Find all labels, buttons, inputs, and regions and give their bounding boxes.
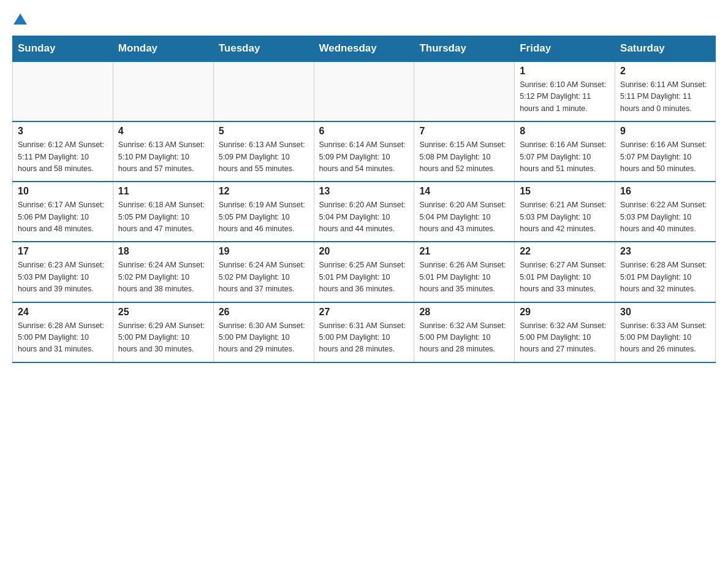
day-number: 4 [118,126,208,137]
day-number: 23 [620,246,710,257]
calendar-cell: 17Sunrise: 6:23 AM Sunset: 5:03 PM Dayli… [13,242,113,302]
calendar-week-row-1: 1Sunrise: 6:10 AM Sunset: 5:12 PM Daylig… [13,61,716,121]
day-number: 24 [18,307,108,318]
day-number: 22 [520,246,610,257]
calendar-cell: 15Sunrise: 6:21 AM Sunset: 5:03 PM Dayli… [515,182,615,242]
calendar-cell: 12Sunrise: 6:19 AM Sunset: 5:05 PM Dayli… [213,182,314,242]
calendar-cell: 18Sunrise: 6:24 AM Sunset: 5:02 PM Dayli… [113,242,213,302]
day-number: 21 [419,246,509,257]
day-number: 27 [319,307,409,318]
day-number: 26 [219,307,309,318]
day-info: Sunrise: 6:12 AM Sunset: 5:11 PM Dayligh… [18,139,108,175]
day-info: Sunrise: 6:16 AM Sunset: 5:07 PM Dayligh… [520,139,610,175]
calendar-cell: 25Sunrise: 6:29 AM Sunset: 5:00 PM Dayli… [113,302,213,362]
day-number: 15 [520,186,610,197]
day-info: Sunrise: 6:26 AM Sunset: 5:01 PM Dayligh… [419,259,509,295]
logo [12,12,27,23]
day-number: 13 [319,186,409,197]
calendar-cell: 1Sunrise: 6:10 AM Sunset: 5:12 PM Daylig… [515,61,615,121]
day-number: 12 [219,186,309,197]
day-info: Sunrise: 6:33 AM Sunset: 5:00 PM Dayligh… [620,320,710,356]
calendar-cell: 28Sunrise: 6:32 AM Sunset: 5:00 PM Dayli… [414,302,515,362]
calendar-header-row: SundayMondayTuesdayWednesdayThursdayFrid… [13,36,716,62]
day-info: Sunrise: 6:30 AM Sunset: 5:00 PM Dayligh… [219,320,309,356]
calendar-cell: 26Sunrise: 6:30 AM Sunset: 5:00 PM Dayli… [213,302,314,362]
calendar-cell [414,61,515,121]
day-info: Sunrise: 6:24 AM Sunset: 5:02 PM Dayligh… [219,259,309,295]
calendar-header-saturday: Saturday [615,36,716,62]
day-number: 17 [18,246,108,257]
calendar-cell: 6Sunrise: 6:14 AM Sunset: 5:09 PM Daylig… [314,121,414,182]
calendar-header-sunday: Sunday [13,36,113,62]
day-info: Sunrise: 6:20 AM Sunset: 5:04 PM Dayligh… [419,199,509,235]
day-number: 14 [419,186,509,197]
day-number: 16 [620,186,710,197]
calendar-cell: 5Sunrise: 6:13 AM Sunset: 5:09 PM Daylig… [213,121,314,182]
calendar-header-friday: Friday [515,36,615,62]
day-number: 18 [118,246,208,257]
day-number: 30 [620,307,710,318]
calendar-cell: 9Sunrise: 6:16 AM Sunset: 5:07 PM Daylig… [615,121,716,182]
calendar-table: SundayMondayTuesdayWednesdayThursdayFrid… [12,36,716,363]
calendar-cell: 13Sunrise: 6:20 AM Sunset: 5:04 PM Dayli… [314,182,414,242]
calendar-cell: 21Sunrise: 6:26 AM Sunset: 5:01 PM Dayli… [414,242,515,302]
calendar-cell: 10Sunrise: 6:17 AM Sunset: 5:06 PM Dayli… [13,182,113,242]
day-number: 28 [419,307,509,318]
day-info: Sunrise: 6:27 AM Sunset: 5:01 PM Dayligh… [520,259,610,295]
day-info: Sunrise: 6:13 AM Sunset: 5:10 PM Dayligh… [118,139,208,175]
page-header [12,12,716,23]
calendar-week-row-4: 17Sunrise: 6:23 AM Sunset: 5:03 PM Dayli… [13,242,716,302]
day-number: 3 [18,126,108,137]
calendar-header-monday: Monday [113,36,213,62]
calendar-cell: 4Sunrise: 6:13 AM Sunset: 5:10 PM Daylig… [113,121,213,182]
day-info: Sunrise: 6:10 AM Sunset: 5:12 PM Dayligh… [520,79,610,115]
calendar-cell: 2Sunrise: 6:11 AM Sunset: 5:11 PM Daylig… [615,61,716,121]
calendar-cell: 3Sunrise: 6:12 AM Sunset: 5:11 PM Daylig… [13,121,113,182]
day-info: Sunrise: 6:28 AM Sunset: 5:01 PM Dayligh… [620,259,710,295]
day-info: Sunrise: 6:21 AM Sunset: 5:03 PM Dayligh… [520,199,610,235]
calendar-cell: 14Sunrise: 6:20 AM Sunset: 5:04 PM Dayli… [414,182,515,242]
day-info: Sunrise: 6:16 AM Sunset: 5:07 PM Dayligh… [620,139,710,175]
calendar-cell: 7Sunrise: 6:15 AM Sunset: 5:08 PM Daylig… [414,121,515,182]
calendar-header-wednesday: Wednesday [314,36,414,62]
day-info: Sunrise: 6:14 AM Sunset: 5:09 PM Dayligh… [319,139,409,175]
day-info: Sunrise: 6:25 AM Sunset: 5:01 PM Dayligh… [319,259,409,295]
calendar-header-tuesday: Tuesday [213,36,314,62]
calendar-cell: 16Sunrise: 6:22 AM Sunset: 5:03 PM Dayli… [615,182,716,242]
calendar-cell [213,61,314,121]
day-number: 20 [319,246,409,257]
day-info: Sunrise: 6:18 AM Sunset: 5:05 PM Dayligh… [118,199,208,235]
day-info: Sunrise: 6:22 AM Sunset: 5:03 PM Dayligh… [620,199,710,235]
calendar-cell: 19Sunrise: 6:24 AM Sunset: 5:02 PM Dayli… [213,242,314,302]
calendar-cell: 30Sunrise: 6:33 AM Sunset: 5:00 PM Dayli… [615,302,716,362]
day-info: Sunrise: 6:32 AM Sunset: 5:00 PM Dayligh… [419,320,509,356]
day-number: 25 [118,307,208,318]
calendar-cell: 27Sunrise: 6:31 AM Sunset: 5:00 PM Dayli… [314,302,414,362]
day-number: 19 [219,246,309,257]
svg-marker-0 [13,13,27,25]
calendar-week-row-2: 3Sunrise: 6:12 AM Sunset: 5:11 PM Daylig… [13,121,716,182]
calendar-cell: 20Sunrise: 6:25 AM Sunset: 5:01 PM Dayli… [314,242,414,302]
day-info: Sunrise: 6:11 AM Sunset: 5:11 PM Dayligh… [620,79,710,115]
day-number: 29 [520,307,610,318]
day-info: Sunrise: 6:20 AM Sunset: 5:04 PM Dayligh… [319,199,409,235]
day-number: 7 [419,126,509,137]
calendar-cell [13,61,113,121]
day-info: Sunrise: 6:28 AM Sunset: 5:00 PM Dayligh… [18,320,108,356]
day-info: Sunrise: 6:15 AM Sunset: 5:08 PM Dayligh… [419,139,509,175]
calendar-cell: 24Sunrise: 6:28 AM Sunset: 5:00 PM Dayli… [13,302,113,362]
calendar-cell: 23Sunrise: 6:28 AM Sunset: 5:01 PM Dayli… [615,242,716,302]
day-number: 9 [620,126,710,137]
calendar-cell: 8Sunrise: 6:16 AM Sunset: 5:07 PM Daylig… [515,121,615,182]
day-number: 8 [520,126,610,137]
day-number: 5 [219,126,309,137]
day-info: Sunrise: 6:31 AM Sunset: 5:00 PM Dayligh… [319,320,409,356]
day-number: 11 [118,186,208,197]
day-info: Sunrise: 6:24 AM Sunset: 5:02 PM Dayligh… [118,259,208,295]
calendar-cell [113,61,213,121]
day-number: 2 [620,66,710,77]
day-info: Sunrise: 6:13 AM Sunset: 5:09 PM Dayligh… [219,139,309,175]
calendar-week-row-5: 24Sunrise: 6:28 AM Sunset: 5:00 PM Dayli… [13,302,716,362]
day-number: 1 [520,66,610,77]
calendar-header-thursday: Thursday [414,36,515,62]
